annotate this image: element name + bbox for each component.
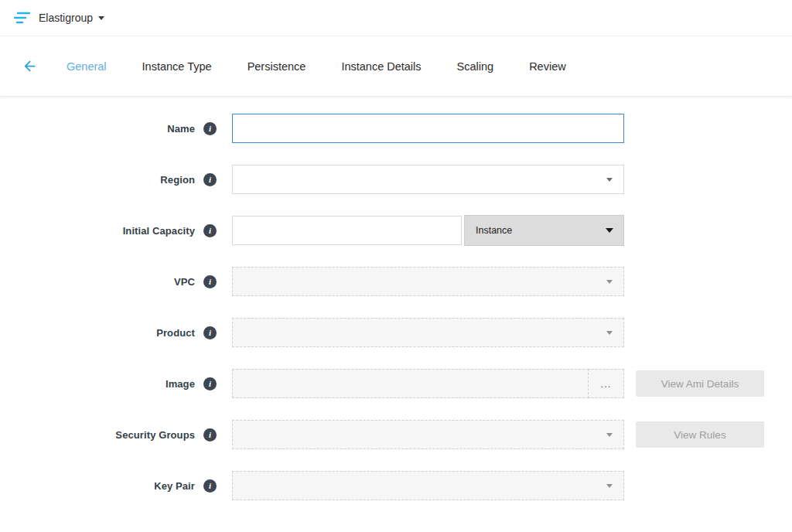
chevron-down-icon[interactable]	[98, 16, 104, 20]
form-row-initial-capacity: Initial Capacity i Instance	[0, 216, 792, 245]
top-bar: Elastigroup	[0, 0, 792, 36]
product-label: Product	[0, 327, 195, 339]
image-label: Image	[0, 378, 195, 390]
vpc-label: VPC	[0, 276, 195, 288]
image-input	[232, 369, 589, 398]
form-row-name: Name i	[0, 114, 792, 143]
wizard-tab-bar: General Instance Type Persistence Instan…	[0, 36, 792, 97]
tab-scaling[interactable]: Scaling	[457, 60, 494, 73]
form-row-product: Product i	[0, 318, 792, 347]
chevron-down-icon	[606, 331, 613, 335]
chevron-down-icon	[606, 178, 613, 182]
capacity-unit-select[interactable]: Instance	[464, 215, 624, 246]
tab-general[interactable]: General	[67, 60, 107, 73]
region-select[interactable]	[232, 165, 624, 194]
name-input[interactable]	[232, 114, 624, 143]
info-icon[interactable]: i	[203, 122, 217, 135]
key-pair-label: Key Pair	[0, 480, 195, 492]
info-icon[interactable]: i	[203, 479, 217, 493]
back-arrow-icon	[22, 58, 38, 74]
elastigroup-logo-icon	[12, 11, 32, 25]
image-browse-button[interactable]: ...	[588, 369, 624, 398]
general-settings-form: Name i Region i Initial Capacity i Insta…	[0, 97, 792, 500]
back-button[interactable]	[20, 57, 39, 76]
info-icon[interactable]: i	[203, 326, 217, 339]
security-groups-select	[232, 420, 624, 449]
form-row-region: Region i	[0, 165, 792, 194]
tab-review[interactable]: Review	[529, 60, 566, 73]
tab-instance-type[interactable]: Instance Type	[142, 60, 212, 73]
initial-capacity-input[interactable]	[232, 216, 462, 245]
form-row-image: Image i ... View Ami Details	[0, 369, 792, 398]
initial-capacity-label: Initial Capacity	[0, 225, 195, 237]
chevron-down-icon	[606, 433, 613, 437]
vpc-select	[232, 267, 624, 296]
view-ami-details-button[interactable]: View Ami Details	[636, 370, 764, 397]
view-rules-button[interactable]: View Rules	[636, 421, 764, 448]
info-icon[interactable]: i	[203, 377, 217, 390]
wizard-tabs: General Instance Type Persistence Instan…	[67, 60, 602, 73]
info-icon[interactable]: i	[203, 275, 217, 288]
tab-persistence[interactable]: Persistence	[248, 60, 306, 73]
chevron-down-icon	[606, 484, 613, 488]
chevron-down-icon	[606, 228, 613, 233]
info-icon[interactable]: i	[203, 173, 217, 186]
chevron-down-icon	[606, 280, 613, 284]
form-row-vpc: VPC i	[0, 267, 792, 296]
capacity-unit-value: Instance	[476, 225, 512, 236]
key-pair-select	[232, 471, 624, 500]
app-name[interactable]: Elastigroup	[39, 12, 93, 24]
form-row-security-groups: Security Groups i View Rules	[0, 420, 792, 449]
product-select	[232, 318, 624, 347]
region-label: Region	[0, 174, 195, 186]
info-icon[interactable]: i	[203, 428, 217, 442]
name-label: Name	[0, 123, 195, 135]
form-row-key-pair: Key Pair i	[0, 471, 792, 500]
tab-instance-details[interactable]: Instance Details	[341, 60, 421, 73]
security-groups-label: Security Groups	[0, 429, 195, 441]
info-icon[interactable]: i	[203, 224, 217, 237]
